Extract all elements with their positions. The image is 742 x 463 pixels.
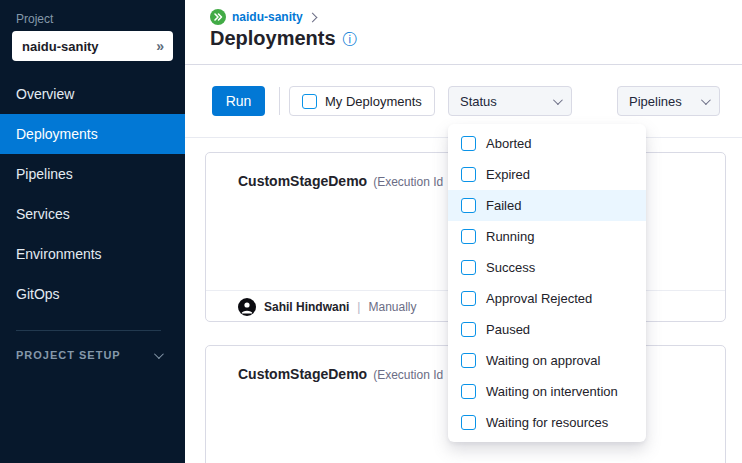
sidebar-item-deployments[interactable]: Deployments xyxy=(0,114,185,154)
sidebar: Project » Overview Deployments Pipelines… xyxy=(0,0,185,463)
checkbox[interactable] xyxy=(461,353,476,368)
pipelines-filter-dropdown[interactable]: Pipelines xyxy=(617,86,720,116)
chevron-down-icon xyxy=(154,349,164,359)
status-option-label: Aborted xyxy=(486,136,532,151)
execution-id-text: (Execution Id xyxy=(373,175,443,189)
status-option-expired[interactable]: Expired xyxy=(448,159,646,190)
page-title: Deployments xyxy=(210,27,336,50)
sidebar-item-label: Services xyxy=(16,206,70,222)
sidebar-item-services[interactable]: Services xyxy=(0,194,185,234)
status-option-paused[interactable]: Paused xyxy=(448,314,646,345)
project-setup-toggle[interactable]: PROJECT SETUP xyxy=(16,349,161,361)
info-icon[interactable]: ⓘ xyxy=(343,32,357,46)
status-filter-label: Status xyxy=(460,94,497,109)
status-filter-dropdown[interactable]: Status xyxy=(448,86,572,116)
status-option-label: Waiting on approval xyxy=(486,353,600,368)
checkbox[interactable] xyxy=(461,260,476,275)
sidebar-item-label: Deployments xyxy=(16,126,98,142)
sidebar-item-pipelines[interactable]: Pipelines xyxy=(0,154,185,194)
footer-separator: | xyxy=(357,300,360,314)
expand-project-icon[interactable]: » xyxy=(156,38,173,54)
status-option-waiting-for-resources[interactable]: Waiting for resources xyxy=(448,407,646,438)
sidebar-item-label: Pipelines xyxy=(16,166,73,182)
my-deployments-filter[interactable]: My Deployments xyxy=(289,86,435,116)
status-option-label: Approval Rejected xyxy=(486,291,592,306)
triggered-by-user: Sahil Hindwani xyxy=(264,300,349,314)
avatar xyxy=(238,298,256,316)
page-header: naidu-sanity Deployments ⓘ xyxy=(185,0,742,65)
checkbox[interactable] xyxy=(461,136,476,151)
status-option-label: Failed xyxy=(486,198,521,213)
project-selector[interactable]: » xyxy=(12,31,173,61)
cd-module-icon xyxy=(210,9,226,25)
status-dropdown-panel: Aborted Expired Failed Running Success A… xyxy=(448,124,646,442)
checkbox[interactable] xyxy=(461,415,476,430)
status-option-aborted[interactable]: Aborted xyxy=(448,128,646,159)
status-option-label: Paused xyxy=(486,322,530,337)
checkbox[interactable] xyxy=(461,229,476,244)
execution-id-text: (Execution Id xyxy=(373,368,443,382)
status-option-success[interactable]: Success xyxy=(448,252,646,283)
sidebar-item-label: Environments xyxy=(16,246,102,262)
chevron-down-icon xyxy=(553,95,563,105)
project-name-input[interactable] xyxy=(12,39,132,54)
sidebar-item-overview[interactable]: Overview xyxy=(0,74,185,114)
status-option-waiting-on-approval[interactable]: Waiting on approval xyxy=(448,345,646,376)
status-option-label: Running xyxy=(486,229,534,244)
checkbox[interactable] xyxy=(461,291,476,306)
sidebar-item-gitops[interactable]: GitOps xyxy=(0,274,185,314)
sidebar-nav: Overview Deployments Pipelines Services … xyxy=(0,74,185,314)
status-option-waiting-on-intervention[interactable]: Waiting on intervention xyxy=(448,376,646,407)
status-option-label: Success xyxy=(486,260,535,275)
project-label: Project xyxy=(16,12,53,26)
checkbox[interactable] xyxy=(461,198,476,213)
sidebar-item-environments[interactable]: Environments xyxy=(0,234,185,274)
chevron-right-icon xyxy=(307,12,317,22)
checkbox[interactable] xyxy=(461,384,476,399)
project-setup-label: PROJECT SETUP xyxy=(16,349,121,361)
sidebar-item-label: Overview xyxy=(16,86,74,102)
status-option-running[interactable]: Running xyxy=(448,221,646,252)
breadcrumb-project-link[interactable]: naidu-sanity xyxy=(232,10,303,24)
sidebar-item-label: GitOps xyxy=(16,286,60,302)
chevron-down-icon xyxy=(701,95,711,105)
my-deployments-label: My Deployments xyxy=(325,94,422,109)
pipeline-name: CustomStageDemo xyxy=(238,366,367,382)
status-option-failed[interactable]: Failed xyxy=(448,190,646,221)
sidebar-divider xyxy=(16,330,161,331)
status-option-label: Waiting for resources xyxy=(486,415,608,430)
checkbox[interactable] xyxy=(461,322,476,337)
pipelines-filter-label: Pipelines xyxy=(629,94,682,109)
status-option-approval-rejected[interactable]: Approval Rejected xyxy=(448,283,646,314)
toolbar-divider xyxy=(279,87,280,115)
run-button[interactable]: Run xyxy=(212,86,265,116)
status-option-label: Expired xyxy=(486,167,530,182)
checkbox[interactable] xyxy=(461,167,476,182)
trigger-type: Manually xyxy=(368,300,416,314)
breadcrumb: naidu-sanity xyxy=(210,9,316,25)
pipeline-name: CustomStageDemo xyxy=(238,173,367,189)
my-deployments-checkbox[interactable] xyxy=(302,94,317,109)
main-content: naidu-sanity Deployments ⓘ Run My Deploy… xyxy=(185,0,742,463)
status-option-label: Waiting on intervention xyxy=(486,384,618,399)
title-row: Deployments ⓘ xyxy=(210,27,357,50)
